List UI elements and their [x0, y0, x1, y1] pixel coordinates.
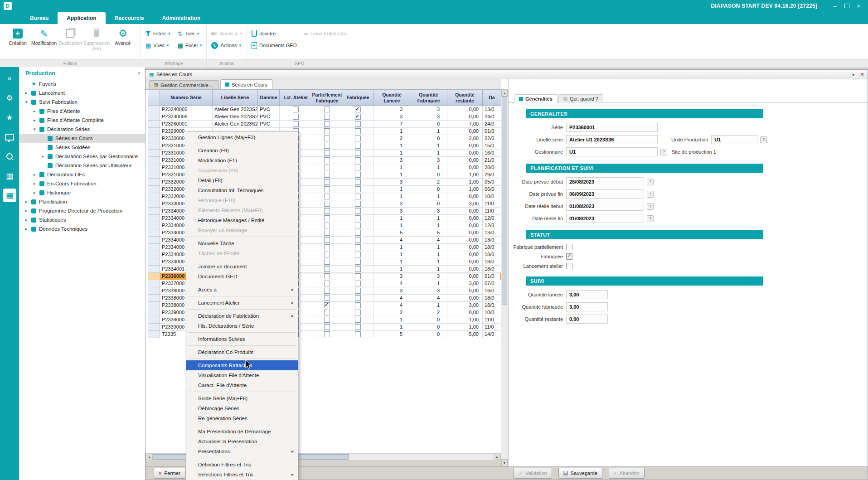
- statut-checkbox[interactable]: [566, 244, 572, 250]
- statut-checkbox[interactable]: [566, 263, 572, 269]
- detail-tab[interactable]: Généralités: [514, 94, 558, 103]
- context-menu-item[interactable]: Gestion Lignes (Maj+F3): [186, 132, 298, 142]
- fabriquee-checkbox[interactable]: [355, 150, 361, 156]
- detail-tab[interactable]: Qui, quand ?: [558, 94, 603, 103]
- row-handle[interactable]: [148, 222, 160, 229]
- partiellement-fabriquee-checkbox[interactable]: [324, 259, 330, 265]
- context-menu-item[interactable]: Re-génération Séries: [186, 413, 298, 423]
- context-menu-item[interactable]: Déblocage Séries: [186, 403, 298, 413]
- fabriquee-checkbox[interactable]: [355, 237, 361, 243]
- tree-item[interactable]: Planification: [19, 197, 145, 206]
- partiellement-fabriquee-checkbox[interactable]: [324, 194, 330, 199]
- quantite-input[interactable]: 0,00: [566, 315, 608, 324]
- row-handle[interactable]: [148, 331, 160, 338]
- table-row[interactable]: P23240006 Atelier Gen 2023S24 PVC 3 3 0,…: [148, 113, 501, 121]
- fabriquee-checkbox[interactable]: [355, 331, 361, 337]
- context-menu-item[interactable]: Sélections Filtres et Tris: [186, 470, 298, 480]
- row-handle[interactable]: [148, 316, 160, 324]
- column-header-libelle-serie[interactable]: Libellé Série: [213, 90, 258, 106]
- row-handle[interactable]: [148, 150, 160, 157]
- column-header-quantite-fabriquee[interactable]: Quantité Fabriquée: [410, 90, 447, 106]
- row-handle[interactable]: [148, 179, 160, 186]
- serie-input[interactable]: P23360001: [566, 123, 658, 132]
- row-handle[interactable]: [148, 251, 160, 258]
- partiellement-fabriquee-checkbox[interactable]: [324, 208, 330, 214]
- row-handle[interactable]: [148, 266, 160, 273]
- partiellement-fabriquee-checkbox[interactable]: [324, 107, 330, 112]
- fabriquee-checkbox[interactable]: [355, 215, 361, 221]
- fabriquee-checkbox[interactable]: [355, 143, 361, 149]
- row-handle[interactable]: [148, 171, 160, 179]
- quantite-input[interactable]: 3,00: [566, 290, 608, 299]
- date-input[interactable]: 28/08/2023: [566, 177, 644, 186]
- partiellement-fabriquee-checkbox[interactable]: [324, 201, 330, 207]
- tree-chevron-icon[interactable]: [42, 154, 48, 159]
- context-menu-item[interactable]: Création (F9): [186, 145, 298, 155]
- avance-button[interactable]: ⚙ Avancé: [110, 27, 136, 46]
- fabriquee-checkbox[interactable]: [355, 107, 361, 112]
- row-handle[interactable]: [148, 135, 160, 142]
- context-menu-item[interactable]: Caract. File d'Attente: [186, 380, 298, 390]
- unite-production-input[interactable]: U1: [711, 135, 757, 144]
- vues-button[interactable]: ▤ Vues ▾: [145, 41, 170, 49]
- partiellement-fabriquee-checkbox[interactable]: [324, 317, 330, 323]
- help-button[interactable]: ?: [647, 191, 654, 198]
- tree-chevron-icon[interactable]: [25, 227, 31, 231]
- context-menu-item[interactable]: Composants Rattachés: [186, 360, 298, 370]
- partiellement-fabriquee-checkbox[interactable]: [324, 244, 330, 250]
- row-handle[interactable]: [148, 273, 160, 280]
- row-handle[interactable]: [148, 229, 160, 237]
- tree-item[interactable]: En-Cours Fabrication: [19, 179, 145, 188]
- column-header-partiellement-fabriquee[interactable]: Partiellement Fabriquée: [312, 90, 342, 106]
- active-module-icon[interactable]: ▦: [3, 189, 16, 202]
- tree-item[interactable]: Déclaration Séries: [19, 125, 145, 134]
- lct-atelier-checkbox[interactable]: [293, 114, 299, 120]
- table-row[interactable]: P23240005 Atelier Gen 2023S24 PVC 3 3 0,…: [148, 106, 501, 113]
- fabriquee-checkbox[interactable]: [355, 310, 361, 315]
- sauvegarde-button[interactable]: Sauvegarde: [558, 468, 602, 479]
- fabriquee-checkbox[interactable]: [355, 230, 361, 236]
- trier-button[interactable]: ⇅ Trier ▾: [178, 29, 202, 38]
- help-button[interactable]: ?: [647, 215, 654, 222]
- row-handle[interactable]: [148, 106, 160, 113]
- table-row[interactable]: P23260001 Atelier Gen 2023S26 PVC 7 0 7,…: [148, 121, 501, 128]
- partiellement-fabriquee-checkbox[interactable]: [324, 128, 330, 134]
- row-handle[interactable]: [148, 302, 160, 309]
- close-icon[interactable]: ×: [853, 3, 864, 10]
- fabriquee-checkbox[interactable]: [355, 259, 361, 265]
- context-menu-item[interactable]: His. Déclarations / Série: [186, 321, 298, 331]
- menu-tab[interactable]: Bureau: [21, 12, 58, 24]
- collapse-panel-icon[interactable]: «: [3, 72, 16, 85]
- fabriquee-checkbox[interactable]: [355, 114, 361, 120]
- tree-item[interactable]: Statistiques: [19, 215, 145, 224]
- modification-button[interactable]: ✎ Modification: [31, 27, 57, 46]
- fabriquee-checkbox[interactable]: [355, 252, 361, 257]
- context-menu-item[interactable]: Actualiser la Présentation: [186, 436, 298, 446]
- tree-item[interactable]: Séries en Cours: [19, 134, 145, 143]
- partiellement-fabriquee-checkbox[interactable]: [324, 121, 330, 127]
- partiellement-fabriquee-checkbox[interactable]: [324, 310, 330, 315]
- context-menu-item[interactable]: Visualisation File d'Attente: [186, 370, 298, 380]
- tree-item[interactable]: Files d'Attente: [19, 107, 145, 116]
- vertical-scrollbar[interactable]: ▲ ▼: [501, 89, 508, 466]
- fabriquee-checkbox[interactable]: [355, 179, 361, 185]
- actions-button[interactable]: ↻ Actions ▾: [211, 41, 242, 49]
- tree-item[interactable]: Déclaration Séries par Gestionnaire: [19, 152, 145, 161]
- scroll-right-icon[interactable]: ►: [494, 454, 501, 460]
- fabriquee-checkbox[interactable]: [355, 302, 361, 308]
- gear-icon[interactable]: ⚙: [3, 91, 16, 105]
- help-button[interactable]: ?: [647, 179, 654, 185]
- partiellement-fabriquee-checkbox[interactable]: [324, 179, 330, 185]
- tree-chevron-icon[interactable]: [25, 218, 31, 222]
- row-handle[interactable]: [148, 324, 160, 331]
- row-handle[interactable]: [148, 295, 160, 302]
- tree-chevron-icon[interactable]: [25, 100, 31, 104]
- partiellement-fabriquee-checkbox[interactable]: [324, 230, 330, 236]
- partiellement-fabriquee-checkbox[interactable]: [324, 186, 330, 192]
- fabriquee-checkbox[interactable]: [355, 208, 361, 214]
- fabriquee-checkbox[interactable]: [355, 194, 361, 199]
- fabriquee-checkbox[interactable]: [355, 324, 361, 330]
- window-titlebar[interactable]: ▦ Séries en Cours ▾ ×: [145, 70, 868, 79]
- fabriquee-checkbox[interactable]: [355, 165, 361, 170]
- fermer-button[interactable]: × Fermer: [154, 468, 185, 479]
